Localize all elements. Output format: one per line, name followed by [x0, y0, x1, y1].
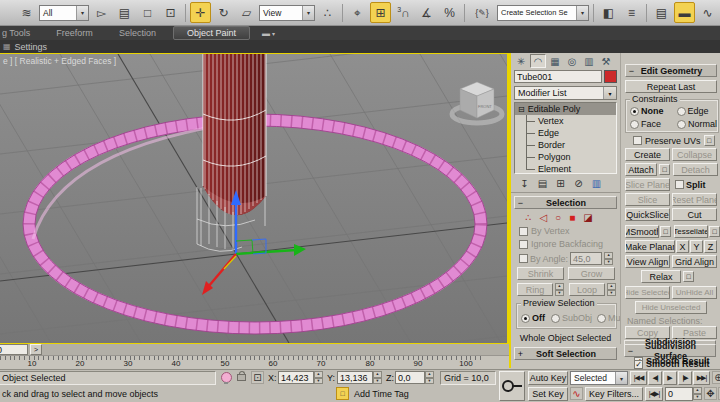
- utilities-tab-icon[interactable]: ⚒: [598, 54, 614, 68]
- make-unique-icon[interactable]: ⊞: [553, 177, 568, 190]
- attach-settings-button[interactable]: □: [659, 164, 670, 175]
- split-checkbox[interactable]: [675, 180, 684, 189]
- percent-snap-icon[interactable]: %: [439, 2, 460, 23]
- tab-freeform[interactable]: Freeform: [43, 26, 106, 40]
- show-end-result-icon[interactable]: ▤: [535, 177, 550, 190]
- planar-y-button[interactable]: Y: [690, 240, 703, 253]
- make-planar-button[interactable]: Make Planar: [625, 240, 675, 253]
- key-filter-curve-icon[interactable]: ∿: [570, 387, 583, 400]
- align-icon[interactable]: ≡: [621, 2, 642, 23]
- add-time-tag[interactable]: Add Time Tag: [354, 389, 409, 399]
- key-filter-selected-dropdown[interactable]: Selected ▾: [570, 371, 628, 385]
- subdivision-surface-rollout-header[interactable]: − Subdivision Surface: [624, 344, 716, 357]
- shrink-button[interactable]: Shrink: [517, 267, 564, 280]
- zoom-icon[interactable]: ⊕: [712, 371, 720, 384]
- curve-editor-icon[interactable]: ∿: [697, 2, 718, 23]
- by-angle-checkbox[interactable]: [519, 254, 528, 263]
- pan-icon[interactable]: ✥: [704, 387, 717, 400]
- view-align-button[interactable]: View Align: [625, 255, 670, 268]
- spinner-down[interactable]: ▾: [314, 378, 323, 385]
- stack-item-edge[interactable]: Edge: [515, 127, 616, 139]
- attach-button[interactable]: Attach: [625, 163, 657, 176]
- modifier-stack[interactable]: ⊟ Editable Poly Vertex Edge Border Polyg…: [514, 102, 617, 174]
- create-button[interactable]: Create: [625, 148, 670, 161]
- edge-subobject-icon[interactable]: ◁: [539, 212, 547, 223]
- modifier-list-dropdown[interactable]: Modifier List ▾: [514, 86, 617, 100]
- hierarchy-tab-icon[interactable]: ▦: [547, 54, 563, 68]
- ribbon-panel-settings[interactable]: Settings: [15, 42, 48, 52]
- create-selection-set-dropdown[interactable]: Create Selection Se ▾: [497, 5, 589, 21]
- select-and-scale-icon[interactable]: ▱: [236, 2, 257, 23]
- tab-selection[interactable]: Selection: [106, 26, 169, 40]
- window-crossing-icon[interactable]: ⊡: [160, 2, 181, 23]
- planar-z-button[interactable]: Z: [704, 240, 717, 253]
- selection-lock-icon[interactable]: [237, 374, 246, 381]
- by-vertex-checkbox[interactable]: [519, 227, 528, 236]
- stack-item-vertex[interactable]: Vertex: [515, 115, 616, 127]
- viewport-label[interactable]: e ] [ Realistic + Edged Faces ]: [3, 56, 116, 66]
- smooth-result-checkbox[interactable]: ✓: [634, 360, 643, 369]
- isolate-selection-icon[interactable]: [221, 372, 232, 383]
- preserve-uvs-settings-button[interactable]: □: [704, 135, 715, 146]
- play-button[interactable]: ▶: [663, 371, 677, 385]
- vertex-subobject-icon[interactable]: ∴: [525, 212, 531, 223]
- chevron-down-icon[interactable]: ▾: [576, 6, 588, 20]
- y-coordinate-field[interactable]: 13,136: [337, 371, 373, 384]
- pin-stack-icon[interactable]: ↧: [517, 177, 532, 190]
- snaps-toggle-icon[interactable]: ⊞: [370, 2, 391, 23]
- border-subobject-icon[interactable]: ○: [555, 212, 561, 223]
- modify-tab-icon[interactable]: ◠: [530, 54, 546, 68]
- quickslice-button[interactable]: QuickSlice: [625, 208, 670, 221]
- goto-start-button[interactable]: |◀◀: [630, 371, 647, 385]
- preview-multi-radio[interactable]: [597, 314, 606, 323]
- use-pivot-center-icon[interactable]: ∴: [317, 2, 338, 23]
- set-key-button[interactable]: Set Key: [528, 387, 568, 401]
- stack-item-element[interactable]: Element: [515, 163, 616, 175]
- angle-value-field[interactable]: 45,0: [570, 252, 602, 265]
- hide-selected-button[interactable]: Hide Selected: [625, 286, 670, 299]
- expand-icon[interactable]: +: [515, 349, 526, 359]
- minimize-ribbon-icon[interactable]: ▬ ▾: [262, 29, 275, 38]
- tab-object-paint[interactable]: Object Paint: [173, 26, 250, 40]
- relax-settings-button[interactable]: □: [683, 271, 694, 282]
- spinner-down[interactable]: ▾: [607, 290, 616, 297]
- edit-geometry-rollout-header[interactable]: − Edit Geometry: [625, 64, 717, 77]
- planar-x-button[interactable]: X: [676, 240, 689, 253]
- chevron-down-icon[interactable]: ▾: [615, 372, 627, 384]
- stack-item-editable-poly[interactable]: ⊟ Editable Poly: [515, 103, 616, 115]
- chevron-down-icon[interactable]: ▾: [302, 6, 314, 20]
- configure-modifier-sets-icon[interactable]: ▥: [589, 177, 604, 190]
- current-frame-field[interactable]: 0: [665, 387, 693, 401]
- auto-key-button[interactable]: Auto Key: [528, 371, 568, 385]
- slice-button[interactable]: Slice: [625, 193, 670, 206]
- coord-system-dropdown[interactable]: View ▾: [259, 5, 315, 21]
- named-selection-sets-icon[interactable]: {✎}: [469, 2, 495, 23]
- preview-subobj-radio[interactable]: [551, 314, 560, 323]
- msmooth-settings-button[interactable]: □: [660, 226, 671, 237]
- collapse-icon[interactable]: −: [626, 66, 637, 76]
- spinner-down[interactable]: ▾: [555, 290, 564, 297]
- select-and-move-icon[interactable]: ✛: [190, 2, 211, 23]
- ring-spinner[interactable]: ▴▾: [555, 283, 564, 296]
- tab-modeling-tools[interactable]: g Tools: [0, 26, 43, 40]
- selection-rollout-header[interactable]: − Selection: [514, 196, 617, 209]
- constraint-normal-radio[interactable]: [677, 120, 686, 129]
- previous-frame-button[interactable]: ◀|: [648, 371, 662, 385]
- reset-plane-button[interactable]: Reset Plane: [672, 193, 717, 206]
- spinner-down[interactable]: ▾: [425, 378, 434, 385]
- preserve-uvs-checkbox[interactable]: [633, 136, 642, 145]
- select-and-rotate-icon[interactable]: ↻: [213, 2, 234, 23]
- chevron-down-icon[interactable]: ▾: [76, 6, 88, 20]
- unhide-all-button[interactable]: UnHide All: [672, 286, 717, 299]
- ribbon-toggle-icon[interactable]: ▬: [674, 2, 695, 23]
- angle-snap-icon[interactable]: ∡: [416, 2, 437, 23]
- angle-spinner[interactable]: ▴▾: [604, 252, 613, 265]
- z-spinner[interactable]: ▴▾: [425, 371, 434, 384]
- z-coordinate-field[interactable]: 0,0: [395, 371, 425, 384]
- preview-off-radio[interactable]: [521, 314, 530, 323]
- select-by-name-icon[interactable]: ▤: [114, 2, 135, 23]
- constraint-none-radio[interactable]: [630, 107, 639, 116]
- loop-button[interactable]: Loop: [569, 283, 605, 296]
- create-tab-icon[interactable]: ✳: [513, 54, 529, 68]
- time-slider[interactable]: 0 >: [0, 344, 509, 356]
